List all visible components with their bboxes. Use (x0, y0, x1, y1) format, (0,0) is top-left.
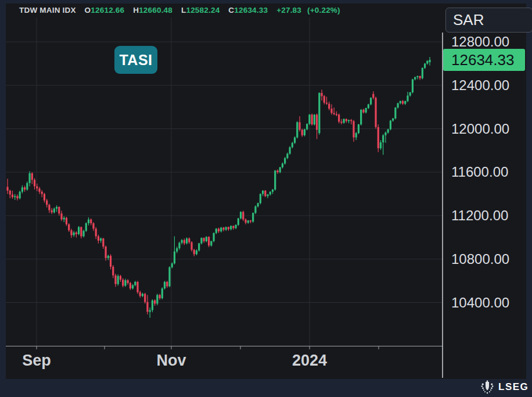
candle (34, 178, 35, 190)
price-axis-tick: 12000.00 (451, 121, 509, 137)
candle (127, 279, 129, 284)
candle (360, 109, 362, 126)
candle (230, 226, 232, 230)
candle (426, 60, 428, 65)
candle (44, 193, 45, 203)
candle (208, 237, 210, 248)
time-axis-label: Sep (22, 352, 51, 370)
candle (134, 281, 136, 286)
candle (31, 172, 33, 184)
candle (16, 195, 18, 201)
currency-selector[interactable]: SAR (445, 8, 532, 33)
candle (174, 237, 175, 265)
lseg-crest-icon (480, 380, 495, 394)
price-axis-tick: 10400.00 (451, 295, 509, 311)
candle (316, 113, 318, 139)
candle (323, 95, 325, 105)
price-axis-tick: 12400.00 (451, 77, 509, 94)
lseg-logo-text: LSEG (498, 381, 529, 393)
candle (24, 186, 26, 192)
candle (220, 227, 222, 233)
candle (58, 206, 60, 216)
candle (362, 109, 364, 113)
candle (164, 281, 166, 289)
candle (240, 212, 242, 220)
price-axis-tick: 11600.00 (451, 164, 508, 180)
candle (262, 190, 264, 196)
candle (206, 237, 207, 242)
net-change: +27.83 (276, 6, 301, 15)
candle (414, 77, 416, 81)
candle (110, 254, 112, 269)
candle (144, 293, 146, 304)
candle (311, 113, 313, 126)
candle (328, 102, 330, 110)
candle (66, 217, 67, 226)
candle (247, 220, 249, 224)
candle (350, 119, 352, 124)
time-axis-label: 2024 (292, 352, 327, 370)
candle (181, 239, 182, 244)
ohlc-header: TDW MAIN IDX O12612.66 H12660.48 L12582.… (19, 6, 340, 15)
candle (70, 228, 72, 238)
candle (375, 96, 376, 128)
candle (120, 275, 121, 282)
candle (78, 226, 80, 235)
candle (416, 76, 418, 80)
candle (19, 191, 21, 199)
candle (348, 120, 350, 124)
candle (14, 194, 16, 200)
candle (176, 246, 178, 253)
candle (161, 287, 163, 299)
candle (218, 228, 220, 233)
candle (314, 114, 315, 126)
candle (215, 228, 217, 234)
candle (85, 222, 87, 232)
candle (257, 203, 259, 208)
candle (269, 191, 271, 195)
open-field: O12612.66 (85, 6, 125, 15)
candle (82, 230, 84, 237)
candle (68, 223, 70, 232)
candle (117, 274, 119, 286)
candle (152, 299, 153, 312)
candle (404, 101, 406, 105)
instrument-badge-tasi[interactable]: TASI (114, 46, 157, 74)
candle (336, 112, 337, 116)
candle (90, 219, 92, 226)
candlestick-chart-canvas[interactable] (6, 3, 443, 379)
candle (46, 199, 48, 208)
candle (166, 281, 168, 288)
candle (292, 142, 293, 148)
candle (429, 57, 430, 66)
candle (318, 92, 320, 135)
candle (190, 241, 192, 252)
candle (88, 217, 89, 226)
candle (301, 129, 303, 137)
candle (76, 231, 77, 237)
candle (225, 227, 227, 231)
candle (159, 294, 160, 300)
candle (228, 227, 229, 231)
candle (51, 208, 52, 214)
candle (80, 227, 82, 239)
high-field: H12660.48 (133, 6, 172, 15)
candle (267, 194, 268, 198)
candle (333, 108, 335, 115)
instrument-name: TDW MAIN IDX (19, 6, 76, 15)
candle (222, 227, 224, 231)
candle (358, 124, 360, 134)
candle (53, 208, 55, 213)
candle (250, 220, 251, 223)
candle (130, 282, 131, 290)
candle (326, 96, 328, 105)
candle (41, 190, 43, 197)
candle (203, 237, 205, 242)
candle (419, 76, 420, 80)
candle (200, 237, 202, 244)
candle (264, 190, 266, 197)
candle (12, 191, 13, 199)
candle (308, 114, 310, 125)
close-value: 12634.33 (234, 6, 268, 15)
candle (254, 205, 256, 214)
